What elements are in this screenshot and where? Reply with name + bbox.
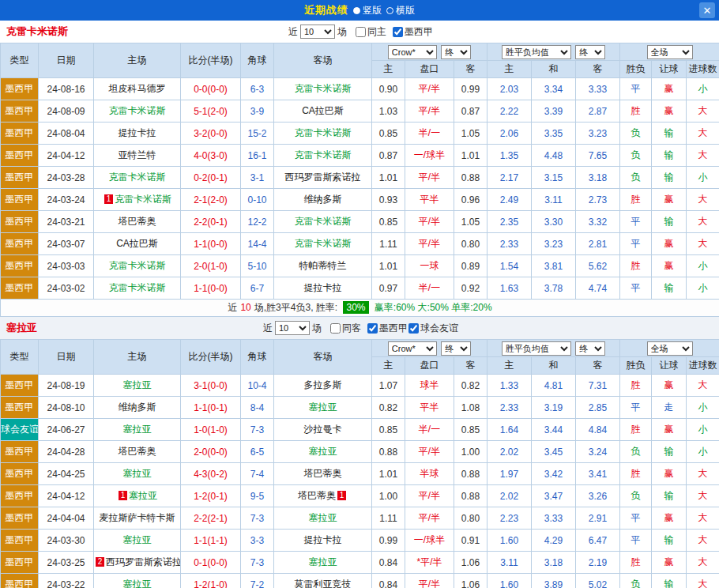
away-team-cell[interactable]: 莫雷利亚竞技	[274, 574, 372, 588]
scope-select[interactable]: 全场	[647, 45, 693, 59]
away-team-name[interactable]: 克雷卡米诺斯	[295, 127, 352, 138]
same-home-checkbox[interactable]	[356, 27, 366, 37]
avg-final-select[interactable]: 终	[575, 45, 605, 59]
home-team-name[interactable]: 克雷卡米诺斯	[109, 105, 166, 116]
home-team-name[interactable]: 塔巴蒂奥	[119, 446, 156, 457]
home-team-name[interactable]: 克雷卡米诺斯	[109, 260, 166, 271]
away-team-name[interactable]: 塞拉亚	[309, 512, 337, 523]
home-team-name[interactable]: 西玛罗雷斯索诺拉	[106, 556, 181, 567]
home-team-name[interactable]: 维纳多斯	[119, 401, 156, 413]
away-team-cell[interactable]: 多拉多斯	[274, 375, 372, 397]
away-team-name[interactable]: 维纳多斯	[304, 194, 342, 205]
away-team-name[interactable]: 塞拉亚	[309, 401, 337, 413]
away-team-cell[interactable]: 塞拉亚	[274, 397, 372, 419]
away-team-cell[interactable]: 塔巴蒂奥	[274, 463, 372, 485]
away-team-cell[interactable]: 西玛罗雷斯索诺拉	[274, 167, 372, 189]
home-team-cell[interactable]: 塞拉亚	[94, 574, 181, 588]
avg-final-select[interactable]: 终	[575, 341, 605, 356]
same-away-checkbox[interactable]	[330, 323, 341, 334]
away-team-cell[interactable]: CA拉巴斯	[274, 100, 372, 122]
home-team-name[interactable]: 亚特兰特	[119, 149, 156, 160]
odds-company-select[interactable]: Crow*	[388, 45, 437, 59]
home-team-cell[interactable]: 提拉卡拉	[94, 122, 181, 145]
avg-type-select[interactable]: 胜平负均值	[502, 45, 571, 59]
away-team-name[interactable]: 提拉卡拉	[304, 534, 342, 545]
horizontal-layout-radio[interactable]	[386, 7, 393, 14]
home-team-cell[interactable]: 塔巴蒂奥	[94, 441, 181, 463]
home-team-name[interactable]: 塞拉亚	[123, 379, 152, 390]
home-team-cell[interactable]: 亚特兰特	[94, 145, 181, 167]
away-team-cell[interactable]: 克雷卡米诺斯	[274, 122, 372, 145]
away-team-name[interactable]: 克雷卡米诺斯	[295, 83, 352, 94]
home-team-cell[interactable]: 1克雷卡米诺斯	[94, 189, 181, 211]
home-team-cell[interactable]: 1塞拉亚	[94, 485, 181, 507]
away-team-cell[interactable]: 提拉卡拉	[274, 530, 372, 552]
away-team-name[interactable]: CA拉巴斯	[302, 105, 344, 116]
home-team-name[interactable]: 塔巴蒂奥	[119, 216, 156, 227]
home-team-name[interactable]: 坦皮科马德罗	[109, 83, 166, 94]
home-team-name[interactable]: 塞拉亚	[129, 490, 157, 501]
home-team-cell[interactable]: 塞拉亚	[94, 419, 181, 441]
scope-select[interactable]: 全场	[647, 341, 693, 356]
away-team-name[interactable]: 克雷卡米诺斯	[295, 149, 352, 160]
away-team-name[interactable]: 莫雷利亚竞技	[295, 579, 352, 588]
home-team-cell[interactable]: 塞拉亚	[94, 530, 181, 552]
away-team-name[interactable]: 塔巴蒂奥	[298, 490, 336, 501]
home-team-name[interactable]: 塞拉亚	[123, 424, 152, 435]
away-team-name[interactable]: 克雷卡米诺斯	[295, 238, 352, 249]
away-team-name[interactable]: 克雷卡米诺斯	[295, 216, 352, 227]
away-team-cell[interactable]: 塔巴蒂奥1	[274, 485, 372, 507]
home-team-cell[interactable]: 麦拉斯萨卡特卡斯	[94, 507, 181, 530]
home-team-cell[interactable]: 塞拉亚	[94, 463, 181, 485]
away-team-cell[interactable]: 塞拉亚	[274, 441, 372, 463]
home-team-cell[interactable]: CA拉巴斯	[94, 233, 181, 255]
home-team-name[interactable]: 克雷卡米诺斯	[115, 194, 171, 205]
away-team-name[interactable]: 多拉多斯	[304, 379, 342, 390]
home-team-name[interactable]: 克雷卡米诺斯	[109, 282, 166, 293]
away-team-cell[interactable]: 克雷卡米诺斯	[274, 233, 372, 255]
away-team-name[interactable]: 西玛罗雷斯索诺拉	[285, 172, 361, 183]
home-team-name[interactable]: 克雷卡米诺斯	[109, 172, 166, 183]
away-team-cell[interactable]: 沙拉曼卡	[274, 419, 372, 441]
away-team-name[interactable]: 沙拉曼卡	[304, 424, 342, 435]
league-mx-checkbox[interactable]	[393, 27, 403, 37]
match-count-select[interactable]: 10	[275, 321, 310, 335]
away-team-name[interactable]: 塞拉亚	[309, 556, 337, 567]
close-button[interactable]: ✕	[699, 2, 715, 18]
club-friendly-checkbox[interactable]	[408, 323, 419, 334]
home-team-cell[interactable]: 塔巴蒂奥	[94, 211, 181, 233]
home-team-cell[interactable]: 坦皮科马德罗	[94, 78, 181, 100]
home-team-name[interactable]: 麦拉斯萨卡特卡斯	[100, 512, 175, 523]
odds-company-select[interactable]: Crow*	[388, 341, 437, 356]
home-team-name[interactable]: 提拉卡拉	[119, 127, 156, 138]
home-team-cell[interactable]: 塞拉亚	[94, 375, 181, 397]
away-team-name[interactable]: 提拉卡拉	[304, 282, 342, 293]
odds-final-select[interactable]: 终	[441, 341, 471, 356]
avg-type-select[interactable]: 胜平负均值	[502, 341, 571, 356]
away-team-cell[interactable]: 提拉卡拉	[274, 277, 372, 300]
away-team-cell[interactable]: 塞拉亚	[274, 507, 372, 530]
league-mx-checkbox[interactable]	[367, 323, 378, 334]
away-team-name[interactable]: 特帕蒂特兰	[299, 260, 347, 271]
home-team-cell[interactable]: 克雷卡米诺斯	[94, 255, 181, 277]
away-team-name[interactable]: 塔巴蒂奥	[304, 468, 342, 479]
away-team-cell[interactable]: 维纳多斯	[274, 189, 372, 211]
home-team-cell[interactable]: 克雷卡米诺斯	[94, 277, 181, 300]
home-team-cell[interactable]: 2西玛罗雷斯索诺拉	[94, 552, 181, 574]
match-count-select[interactable]: 10	[300, 24, 335, 39]
home-team-cell[interactable]: 维纳多斯	[94, 397, 181, 419]
away-team-cell[interactable]: 克雷卡米诺斯	[274, 145, 372, 167]
home-team-name[interactable]: 塞拉亚	[123, 579, 152, 588]
away-team-cell[interactable]: 特帕蒂特兰	[274, 255, 372, 277]
home-team-cell[interactable]: 克雷卡米诺斯	[94, 167, 181, 189]
home-team-name[interactable]: 塞拉亚	[123, 534, 152, 545]
away-team-cell[interactable]: 塞拉亚	[274, 552, 372, 574]
away-team-cell[interactable]: 克雷卡米诺斯	[274, 78, 372, 100]
away-team-cell[interactable]: 克雷卡米诺斯	[274, 211, 372, 233]
vertical-layout-radio[interactable]	[353, 7, 360, 14]
odds-final-select[interactable]: 终	[441, 45, 471, 59]
home-team-name[interactable]: 塞拉亚	[123, 468, 152, 479]
away-team-name[interactable]: 塞拉亚	[309, 446, 337, 457]
home-team-cell[interactable]: 克雷卡米诺斯	[94, 100, 181, 122]
home-team-name[interactable]: CA拉巴斯	[116, 238, 158, 249]
